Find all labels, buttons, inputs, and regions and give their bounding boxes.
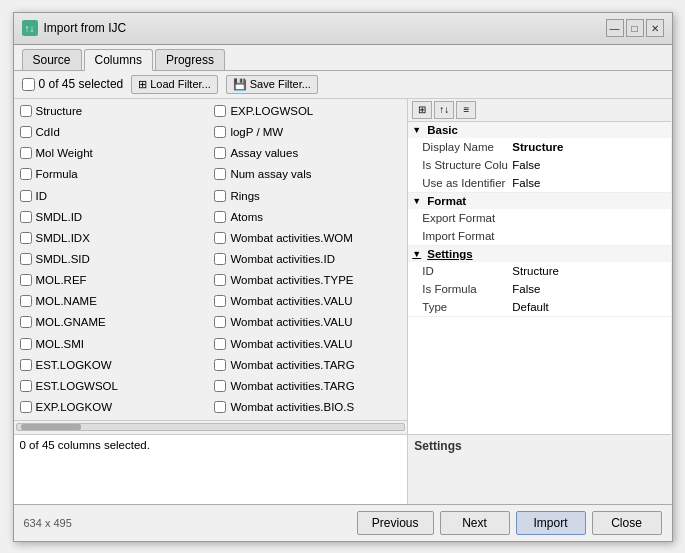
import-format-label: Import Format [422, 230, 512, 242]
list-item[interactable]: Wombat activities.VALU [210, 333, 405, 354]
scrollbar-track[interactable] [16, 423, 406, 431]
load-filter-label: Load Filter... [150, 78, 211, 90]
horizontal-scrollbar[interactable] [14, 420, 408, 434]
list-item[interactable]: Wombat activities.BIO.S [210, 396, 405, 417]
save-filter-button[interactable]: 💾 Save Filter... [226, 75, 318, 94]
settings-section: ▼ Settings ID Structure Is Formula False… [408, 246, 671, 317]
is-formula-row: Is Formula False [408, 280, 671, 298]
main-content: Structure EXP.LOGWSOL CdId logP / MW Mol… [14, 99, 672, 504]
list-item[interactable]: Wombat activities.ID [210, 248, 405, 269]
grid-view-button[interactable]: ⊞ [412, 101, 432, 119]
import-button[interactable]: Import [516, 511, 586, 535]
display-name-label: Display Name [422, 141, 512, 153]
list-item[interactable]: Mol Weight [16, 143, 211, 164]
list-item[interactable]: Wombat activities.WOM [210, 227, 405, 248]
load-filter-icon: ⊞ [138, 78, 147, 91]
settings-section-header[interactable]: ▼ Settings [408, 246, 671, 262]
type-value: Default [512, 301, 548, 313]
id-value: Structure [512, 265, 559, 277]
sort-button[interactable]: ↑↓ [434, 101, 454, 119]
list-item[interactable]: MOL.GNAME [16, 312, 211, 333]
is-formula-value: False [512, 283, 540, 295]
app-icon: ↑↓ [22, 20, 38, 36]
list-item[interactable]: Wombat activities.TARG [210, 354, 405, 375]
settings-footer-title: Settings [414, 439, 665, 453]
list-view-button[interactable]: ≡ [456, 101, 476, 119]
right-settings-footer: Settings [408, 434, 671, 504]
list-item[interactable]: MOL.REF [16, 270, 211, 291]
columns-grid[interactable]: Structure EXP.LOGWSOL CdId logP / MW Mol… [14, 99, 408, 420]
columns-toolbar: 0 of 45 selected ⊞ Load Filter... 💾 Save… [14, 71, 672, 99]
list-item[interactable]: EST.LOGWSOL [16, 375, 211, 396]
list-item[interactable]: EXP.LOGKOW [16, 396, 211, 417]
list-item[interactable]: Wombat activities.TARG [210, 375, 405, 396]
status-area: 0 of 45 columns selected. [14, 434, 408, 504]
title-bar-left: ↑↓ Import from IJC [22, 20, 127, 36]
list-item[interactable]: ID [16, 185, 211, 206]
list-item[interactable]: Wombat activities.VALU [210, 291, 405, 312]
save-filter-label: Save Filter... [250, 78, 311, 90]
list-item[interactable]: Rings [210, 185, 405, 206]
properties-area: ▼ Basic Display Name Structure Is Struct… [408, 122, 671, 434]
tab-progress[interactable]: Progress [155, 49, 225, 70]
select-all-checkbox[interactable] [22, 78, 35, 91]
list-item[interactable]: Wombat activities.VALU [210, 312, 405, 333]
tabs-bar: Source Columns Progress [14, 45, 672, 71]
format-section-title: Format [427, 195, 466, 207]
use-as-identifier-row: Use as Identifier False [408, 174, 671, 192]
list-item[interactable]: EST.LOGKOW [16, 354, 211, 375]
import-format-row: Import Format [408, 227, 671, 245]
is-structure-col-row: Is Structure Colu False [408, 156, 671, 174]
load-filter-button[interactable]: ⊞ Load Filter... [131, 75, 218, 94]
list-item[interactable]: SMDL.SID [16, 248, 211, 269]
use-as-identifier-value: False [512, 177, 540, 189]
basic-chevron: ▼ [412, 125, 421, 135]
close-button[interactable]: Close [592, 511, 662, 535]
basic-section-header[interactable]: ▼ Basic [408, 122, 671, 138]
format-section-header[interactable]: ▼ Format [408, 193, 671, 209]
list-item[interactable]: MOL.SMI [16, 333, 211, 354]
main-window: ↑↓ Import from IJC — □ ✕ Source Columns … [13, 12, 673, 542]
right-panel: ⊞ ↑↓ ≡ ▼ Basic Display Name Structure [408, 99, 671, 504]
export-format-label: Export Format [422, 212, 512, 224]
is-formula-label: Is Formula [422, 283, 512, 295]
status-text: 0 of 45 columns selected. [20, 439, 150, 451]
list-item[interactable]: SMDL.IDX [16, 227, 211, 248]
close-button[interactable]: ✕ [646, 19, 664, 37]
maximize-button[interactable]: □ [626, 19, 644, 37]
tab-columns[interactable]: Columns [84, 49, 153, 71]
basic-section-title: Basic [427, 124, 458, 136]
right-toolbar: ⊞ ↑↓ ≡ [408, 99, 671, 122]
footer-buttons: Previous Next Import Close [357, 511, 662, 535]
export-format-row: Export Format [408, 209, 671, 227]
size-label: 634 x 495 [24, 517, 72, 529]
list-item[interactable]: Num assay vals [210, 164, 405, 185]
list-item[interactable]: Structure [16, 101, 211, 122]
next-button[interactable]: Next [440, 511, 510, 535]
format-section: ▼ Format Export Format Import Format [408, 193, 671, 246]
tab-source[interactable]: Source [22, 49, 82, 70]
list-item[interactable]: CdId [16, 122, 211, 143]
previous-button[interactable]: Previous [357, 511, 434, 535]
list-item[interactable]: Atoms [210, 206, 405, 227]
display-name-value: Structure [512, 141, 563, 153]
window-title: Import from IJC [44, 21, 127, 35]
scrollbar-thumb[interactable] [21, 424, 81, 430]
id-row: ID Structure [408, 262, 671, 280]
is-structure-col-label: Is Structure Colu [422, 159, 512, 171]
select-all-label[interactable]: 0 of 45 selected [22, 77, 124, 91]
type-label: Type [422, 301, 512, 313]
list-item[interactable]: logP / MW [210, 122, 405, 143]
list-item[interactable]: EXP.LOGWSOL [210, 101, 405, 122]
is-structure-col-value: False [512, 159, 540, 171]
list-item[interactable]: SMDL.ID [16, 206, 211, 227]
left-panel: Structure EXP.LOGWSOL CdId logP / MW Mol… [14, 99, 409, 504]
list-item[interactable]: MOL.NAME [16, 291, 211, 312]
list-item[interactable]: Formula [16, 164, 211, 185]
list-item[interactable]: Wombat activities.TYPE [210, 270, 405, 291]
title-bar-buttons: — □ ✕ [606, 19, 664, 37]
use-as-identifier-label: Use as Identifier [422, 177, 512, 189]
list-item[interactable]: Assay values [210, 143, 405, 164]
display-name-row: Display Name Structure [408, 138, 671, 156]
minimize-button[interactable]: — [606, 19, 624, 37]
